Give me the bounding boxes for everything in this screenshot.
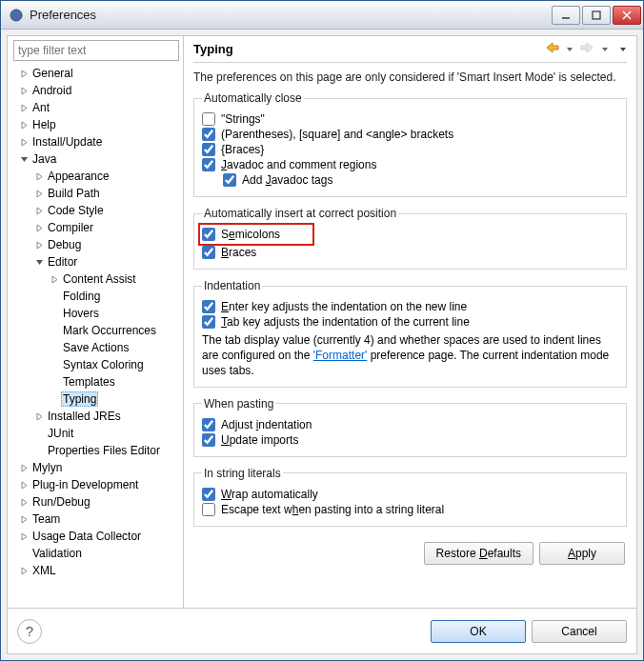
forward-icon[interactable] xyxy=(580,42,594,53)
chevron-right-icon[interactable] xyxy=(17,498,30,507)
ok-button[interactable]: OK xyxy=(431,620,526,643)
tree-item-label: Validation xyxy=(30,547,84,560)
tree-item-label: Properties Files Editor xyxy=(46,444,162,457)
tree-item-label: Content Assist xyxy=(61,272,138,286)
tree-item-label: Save Actions xyxy=(61,341,131,354)
minimize-button[interactable] xyxy=(552,6,580,25)
maximize-button[interactable] xyxy=(582,6,611,25)
tree-item[interactable]: Run/Debug xyxy=(13,493,179,511)
chk-braces-insert[interactable]: Braces xyxy=(202,246,618,259)
chevron-right-icon[interactable] xyxy=(17,532,30,541)
tree-item[interactable]: Install/Update xyxy=(13,133,179,150)
tree-item[interactable]: Code Style xyxy=(13,202,179,219)
chk-add-javadoc-tags[interactable]: Add Javadoc tags xyxy=(223,173,618,187)
chk-strings[interactable]: "Strings" xyxy=(202,112,618,126)
page-description: The preferences on this page are only co… xyxy=(193,70,627,84)
tree-item[interactable]: Compiler xyxy=(13,219,179,236)
forward-menu-icon[interactable] xyxy=(601,46,609,53)
chevron-right-icon[interactable] xyxy=(17,138,30,147)
chk-parentheses[interactable]: (Parentheses), [square] and <angle> brac… xyxy=(202,128,618,141)
chevron-down-icon[interactable] xyxy=(17,155,30,164)
chevron-right-icon[interactable] xyxy=(32,172,46,181)
chevron-right-icon[interactable] xyxy=(32,412,46,421)
tree-item[interactable]: Properties Files Editor xyxy=(13,442,179,459)
preferences-window: Preferences GeneralAndroidAntHelpInstall… xyxy=(0,0,644,661)
help-button[interactable]: ? xyxy=(17,619,42,644)
right-panel: Typing The preferences on this page are … xyxy=(184,36,636,608)
chk-escape[interactable]: Escape text when pasting into a string l… xyxy=(202,503,618,516)
titlebar[interactable]: Preferences xyxy=(1,1,643,30)
chk-wrap[interactable]: Wrap automatically xyxy=(202,488,618,501)
chevron-right-icon[interactable] xyxy=(17,121,30,130)
tree-item[interactable]: Appearance xyxy=(13,168,179,185)
tree-item[interactable]: Usage Data Collector xyxy=(13,528,179,545)
chevron-right-icon[interactable] xyxy=(17,104,30,112)
chk-tab-indent[interactable]: Tab key adjusts the indentation of the c… xyxy=(202,315,618,329)
chevron-right-icon[interactable] xyxy=(48,275,61,284)
tree-item[interactable]: Mylyn xyxy=(13,459,179,476)
tree-item[interactable]: Validation xyxy=(13,545,179,562)
tree-item[interactable]: XML xyxy=(13,562,179,579)
page-title: Typing xyxy=(193,42,542,56)
chevron-right-icon[interactable] xyxy=(17,87,30,95)
close-button[interactable] xyxy=(613,6,641,25)
tree-item-label: XML xyxy=(30,564,58,577)
formatter-link[interactable]: 'Formatter' xyxy=(313,349,368,362)
tree-item[interactable]: Typing xyxy=(13,391,179,408)
tree-item[interactable]: Installed JREs xyxy=(13,408,179,425)
tree-item[interactable]: Java xyxy=(13,150,179,168)
tree-item[interactable]: Help xyxy=(13,116,179,133)
tree-item-label: General xyxy=(30,67,75,80)
chevron-right-icon[interactable] xyxy=(17,515,30,524)
chk-enter-indent[interactable]: Enter key adjusts the indentation on the… xyxy=(202,300,618,313)
tree-item-label: Plug-in Development xyxy=(30,478,140,491)
chevron-right-icon[interactable] xyxy=(17,464,30,472)
tree-item[interactable]: Team xyxy=(13,511,179,528)
chevron-right-icon[interactable] xyxy=(17,481,30,490)
group-auto-close-legend: Automatically close xyxy=(202,91,304,105)
chk-braces-close[interactable]: {Braces} xyxy=(202,143,618,156)
tree-item[interactable]: Templates xyxy=(13,373,179,391)
chevron-right-icon[interactable] xyxy=(17,567,30,575)
back-menu-icon[interactable] xyxy=(566,46,574,53)
tree-item-label: Java xyxy=(30,152,58,166)
group-auto-close: Automatically close "Strings" (Parenthes… xyxy=(193,91,627,197)
cancel-button[interactable]: Cancel xyxy=(532,620,627,643)
tree-item[interactable]: Folding xyxy=(13,288,179,305)
tree-item[interactable]: JUnit xyxy=(13,425,179,442)
tree-item[interactable]: Mark Occurrences xyxy=(13,322,179,339)
back-icon[interactable] xyxy=(546,42,559,53)
view-menu-icon[interactable] xyxy=(619,46,627,53)
group-string-literals: In string literals Wrap automatically Es… xyxy=(193,467,627,527)
preferences-tree[interactable]: GeneralAndroidAntHelpInstall/UpdateJavaA… xyxy=(13,65,179,604)
chevron-right-icon[interactable] xyxy=(32,224,46,232)
tree-item[interactable]: General xyxy=(13,65,179,82)
tree-item-label: Editor xyxy=(46,255,79,269)
chk-update-imports[interactable]: Update imports xyxy=(202,433,618,447)
tree-item[interactable]: Plug-in Development xyxy=(13,476,179,493)
chevron-down-icon[interactable] xyxy=(32,258,46,267)
chk-javadoc[interactable]: Javadoc and comment regions xyxy=(202,158,618,171)
tree-item[interactable]: Content Assist xyxy=(13,270,179,288)
chevron-right-icon[interactable] xyxy=(32,190,46,198)
tree-item[interactable]: Editor xyxy=(13,253,179,270)
tree-item-label: Install/Update xyxy=(30,135,104,149)
filter-input[interactable] xyxy=(13,40,179,61)
tree-item[interactable]: Save Actions xyxy=(13,339,179,356)
chevron-right-icon[interactable] xyxy=(17,70,30,78)
chevron-right-icon[interactable] xyxy=(32,207,46,215)
chk-semicolons[interactable]: Semicolons xyxy=(202,228,280,241)
tree-item[interactable]: Android xyxy=(13,82,179,99)
tree-item[interactable]: Build Path xyxy=(13,185,179,202)
restore-defaults-button[interactable]: Restore Defaults xyxy=(424,542,533,565)
group-indentation: Indentation Enter key adjusts the indent… xyxy=(193,279,627,388)
tree-item[interactable]: Syntax Coloring xyxy=(13,356,179,373)
chk-adjust-indent[interactable]: Adjust indentation xyxy=(202,418,618,431)
chevron-right-icon[interactable] xyxy=(32,241,46,250)
window-buttons xyxy=(550,6,641,25)
apply-button[interactable]: Apply xyxy=(539,542,625,565)
tree-item[interactable]: Ant xyxy=(13,99,179,116)
tree-item[interactable]: Hovers xyxy=(13,305,179,322)
app-icon xyxy=(9,8,24,23)
tree-item[interactable]: Debug xyxy=(13,236,179,253)
